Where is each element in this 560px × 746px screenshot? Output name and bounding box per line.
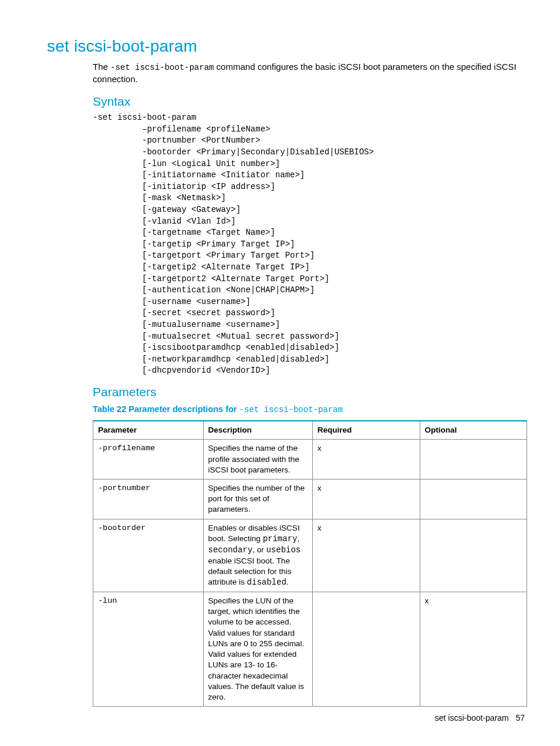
cell-required: x [312,480,420,519]
table-row: -profilenameSpecifies the name of the pr… [93,440,527,480]
page-footer: set iscsi-boot-param 57 [435,713,525,724]
cell-parameter: -bootorder [93,519,204,592]
cell-required [312,592,420,707]
cell-description: Enables or disables iSCSI boot. Selectin… [203,519,312,592]
cell-required: x [312,440,420,480]
table-caption-pre: Table 22 Parameter descriptions for [93,404,239,414]
cell-parameter: -portnumber [93,480,204,519]
cell-parameter: -profilename [93,440,204,480]
table-caption-code: -set iscsi-boot-param [239,405,343,414]
intro-code: -set iscsi-boot-param [110,63,214,72]
table-body: -profilenameSpecifies the name of the pr… [93,440,527,707]
intro-paragraph: The -set iscsi-boot-param command config… [93,61,525,85]
table-header-row: Parameter Description Required Optional [93,421,527,440]
footer-page-number: 57 [515,713,525,723]
cell-optional [420,440,527,480]
table-row: -portnumberSpecifies the number of the p… [93,480,527,519]
cell-description: Specifies the number of the port for thi… [203,480,312,519]
table-header-parameter: Parameter [93,421,204,440]
table-header-description: Description [203,421,312,440]
cell-optional: x [420,592,527,707]
table-header-optional: Optional [420,421,527,440]
cell-description: Specifies the name of the profile associ… [203,440,312,480]
cell-required: x [312,519,420,592]
table-caption: Table 22 Parameter descriptions for -set… [93,404,525,416]
cell-optional [420,519,527,592]
syntax-heading: Syntax [93,93,525,110]
table-row: -bootorderEnables or disables iSCSI boot… [93,519,527,592]
document-page: set iscsi-boot-param The -set iscsi-boot… [0,0,560,746]
parameters-heading: Parameters [93,384,525,400]
cell-optional [420,480,527,519]
syntax-block: -set iscsi-boot-param –profilename <prof… [93,112,525,377]
footer-label: set iscsi-boot-param [435,713,509,723]
table-header-required: Required [312,421,420,440]
cell-parameter: -lun [93,592,204,707]
cell-description: Specifies the LUN of the target, which i… [203,592,312,707]
table-row: -lunSpecifies the LUN of the target, whi… [93,592,527,707]
page-title: set iscsi-boot-param [47,35,525,58]
intro-pre: The [93,62,110,72]
parameters-table: Parameter Description Required Optional … [93,420,527,707]
